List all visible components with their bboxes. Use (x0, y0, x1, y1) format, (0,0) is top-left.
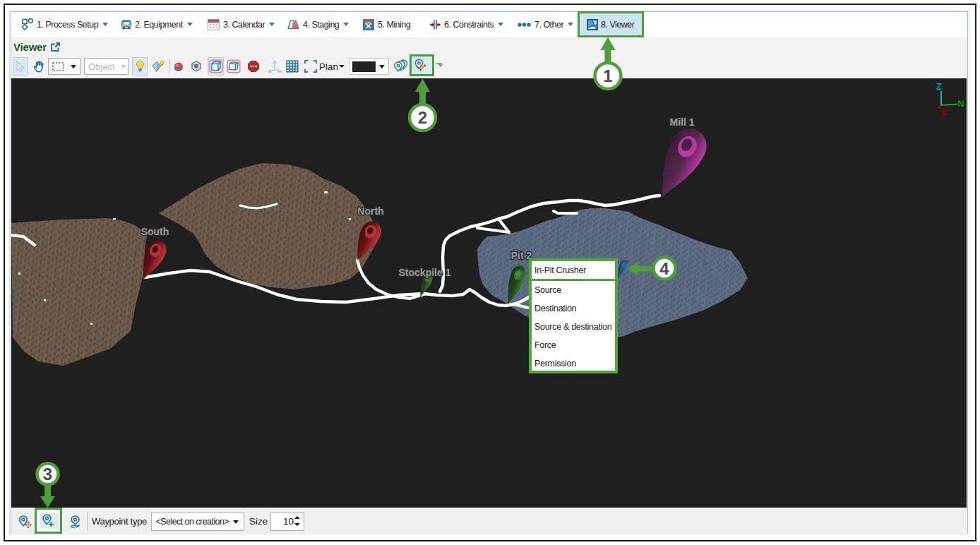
svg-text:South: South (141, 226, 169, 237)
svg-text:Mill 1: Mill 1 (669, 116, 694, 128)
svg-text:Stockpile 1: Stockpile 1 (399, 267, 451, 278)
svg-text:North: North (357, 205, 383, 217)
svg-text:N: N (957, 98, 964, 109)
svg-text:E: E (942, 107, 948, 117)
svg-text:Z: Z (936, 81, 942, 92)
